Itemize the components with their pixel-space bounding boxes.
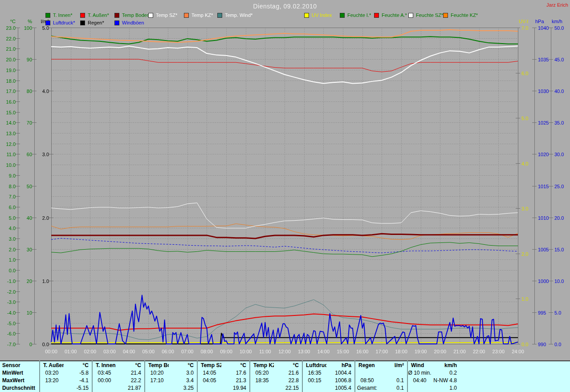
legend-swatch-feuchte-a xyxy=(374,13,379,18)
sensor-avg-value: 0.1 xyxy=(379,384,407,392)
sensor-avg-time xyxy=(197,384,221,392)
sensor-min-value xyxy=(379,369,407,376)
sensor-avg-time xyxy=(250,384,274,392)
legend-swatch-feuchte-i xyxy=(340,13,345,18)
sensor-avg-value: 1.0 xyxy=(432,384,460,392)
legend-label: T. Außen* xyxy=(88,12,109,18)
sensor-max-time: 08:50 xyxy=(355,376,379,384)
legend-label: Luftdruck* xyxy=(53,20,75,25)
legend-label: Temp KZ* xyxy=(191,12,213,18)
summary-row-maxwert: MaxWert13:20-4.100:0022.217:103.404:0521… xyxy=(0,376,570,384)
legend-label: Feuchte SZ* xyxy=(416,12,443,18)
sensor-min-time: 14:05 xyxy=(197,369,221,376)
legend-swatch-temp-sz xyxy=(148,13,153,18)
legend-swatch-feuchte-sz xyxy=(408,13,413,18)
sensor-name-wind: Wind xyxy=(407,361,432,369)
legend-swatch-windböen xyxy=(114,20,119,25)
sensor-max-time: 04:05 xyxy=(197,376,221,384)
sensor-unit: °C xyxy=(169,361,197,369)
legend-item-windböen: Windböen xyxy=(114,20,144,25)
legend-item-uv-index: UV Index xyxy=(304,12,332,18)
legend-item-feuchte-kz: Feuchte KZ* xyxy=(443,12,478,18)
legend-swatch-uv-index xyxy=(304,13,309,18)
sensor-max-value: 22.2 xyxy=(116,376,145,384)
legend-item-regen: Regen* xyxy=(80,20,104,25)
sensor-max-time: 13:20 xyxy=(40,376,64,384)
legend-item-feuchte-sz: Feuchte SZ* xyxy=(408,12,443,18)
legend-label: Temp SZ* xyxy=(156,12,177,18)
legend-item-temp-sz: Temp SZ* xyxy=(148,12,177,18)
sensor-max-time: 18:35 xyxy=(250,376,274,384)
legend-label: T. Innen* xyxy=(53,12,72,18)
summary-table: SensorT. Außen°CT. Innen°CTemp Boden°CTe… xyxy=(0,360,570,392)
sensor-avg-time xyxy=(40,384,64,392)
legend-swatch-luftdruck xyxy=(45,20,50,25)
sensor-min-value: 17.6 xyxy=(221,369,250,376)
summary-row-durchschnitt: Durchschnitt-5.1521.873.2519.9422.151005… xyxy=(0,384,570,392)
legend-item-t-innen: T. Innen* xyxy=(45,12,72,18)
sensor-min-time: Ø 10 min. xyxy=(407,369,432,376)
sensor-max-time: 00:15 xyxy=(302,376,326,384)
legend-item-temp-kz: Temp KZ* xyxy=(184,12,213,18)
filler-cell xyxy=(460,384,570,392)
sensor-min-value: 3.0 xyxy=(169,369,197,376)
sensor-avg-time xyxy=(302,384,326,392)
sensor-min-value: -5.8 xyxy=(64,369,92,376)
filler-cell xyxy=(460,361,570,369)
sensor-avg-time xyxy=(92,384,116,392)
sensor-avg-value: -5.15 xyxy=(64,384,92,392)
legend-swatch-t-innen xyxy=(45,13,50,18)
legend: T. Innen*T. Außen*Temp Boden*Temp SZ*Tem… xyxy=(0,0,570,27)
legend-swatch-temp-kz xyxy=(184,13,189,18)
sensor-avg-value: 1005.4 xyxy=(326,384,355,392)
sensor-max-value: 21.3 xyxy=(221,376,250,384)
sensor-min-value: 1004.4 xyxy=(326,369,355,376)
sensor-unit: l/m² xyxy=(379,361,407,369)
legend-item-feuchte-i: Feuchte I.* xyxy=(340,12,371,18)
sensor-unit: hPa xyxy=(326,361,355,369)
sensor-max-value: 3.4 xyxy=(169,376,197,384)
row-label: Durchschnitt xyxy=(0,384,40,392)
legend-item-temp-wind: Temp. Wind* xyxy=(217,12,252,18)
filler-cell xyxy=(460,376,570,384)
sensor-max-time: 00:00 xyxy=(92,376,116,384)
legend-label: Feuchte I.* xyxy=(347,12,371,18)
row-label: Sensor xyxy=(0,361,40,369)
sensor-max-time: 04:40 xyxy=(407,376,432,384)
sensor-name-t-außen: T. Außen xyxy=(40,361,64,369)
legend-item-feuchte-a: Feuchte A.* xyxy=(374,12,407,18)
sensor-avg-value: 21.87 xyxy=(116,384,145,392)
sensor-avg-time: Gesamt: xyxy=(355,384,379,392)
sensor-min-time: 03:45 xyxy=(92,369,116,376)
summary-row-sensor: SensorT. Außen°CT. Innen°CTemp Boden°CTe… xyxy=(0,361,570,369)
legend-label: UV Index xyxy=(312,12,332,18)
row-label: MinWert xyxy=(0,369,40,376)
sensor-min-time: 10:20 xyxy=(145,369,169,376)
sensor-max-value: N-NW 4.8 xyxy=(432,376,460,384)
sensor-max-value: 1006.8 xyxy=(326,376,355,384)
sensor-min-value: 0.2 xyxy=(432,369,460,376)
legend-label: Feuchte A.* xyxy=(382,12,407,18)
sensor-avg-time xyxy=(407,384,432,392)
legend-label: Temp Boden* xyxy=(122,12,151,18)
summary-row-minwert: MinWert03:20-5.803:4521.410:203.014:0517… xyxy=(0,369,570,376)
filler-cell xyxy=(460,369,570,376)
sensor-name-temp-kz: Temp KZ xyxy=(250,361,274,369)
sensor-avg-value: 22.15 xyxy=(274,384,302,392)
legend-swatch-regen xyxy=(80,20,85,25)
sensor-unit: °C xyxy=(116,361,145,369)
sensor-unit: °C xyxy=(221,361,250,369)
legend-item-luftdruck: Luftdruck* xyxy=(45,20,75,25)
sensor-unit: km/h xyxy=(432,361,460,369)
sensor-min-time: 05:20 xyxy=(250,369,274,376)
sensor-max-value: -4.1 xyxy=(64,376,92,384)
sensor-min-time: 03:20 xyxy=(40,369,64,376)
sensor-max-value: 0.1 xyxy=(379,376,407,384)
sensor-avg-value: 19.94 xyxy=(221,384,250,392)
sensor-unit: °C xyxy=(64,361,92,369)
sensor-min-value: 21.6 xyxy=(274,369,302,376)
legend-swatch-feuchte-kz xyxy=(443,13,448,18)
legend-swatch-t-außen xyxy=(80,13,85,18)
row-label: MaxWert xyxy=(0,376,40,384)
sensor-name-regen: Regen xyxy=(355,361,379,369)
